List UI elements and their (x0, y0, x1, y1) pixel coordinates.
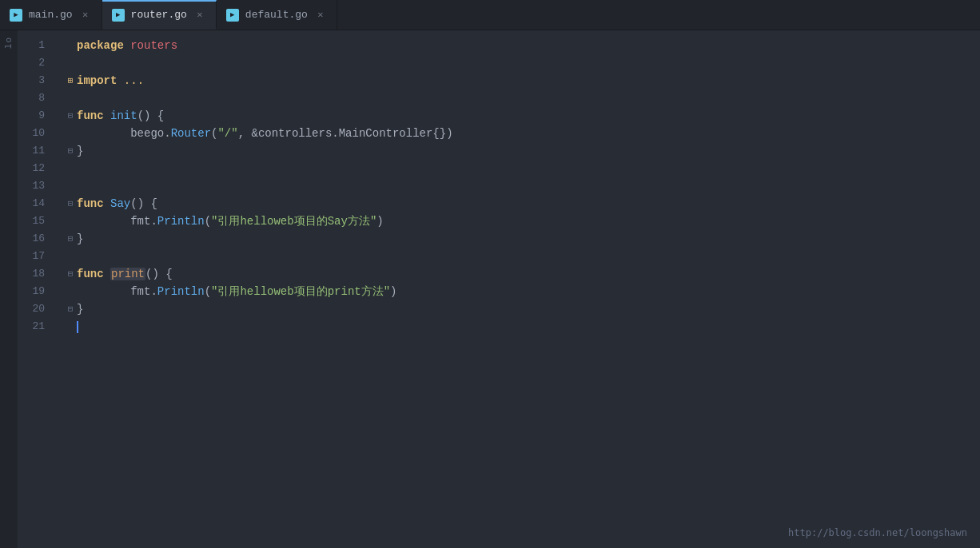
code-text-17 (77, 248, 980, 265)
go-icon-main: ▶ (10, 9, 22, 22)
line-num-3: 3 (18, 72, 45, 89)
code-text-11: } (77, 142, 980, 160)
code-text-3: import ... (77, 72, 980, 89)
code-text-21 (77, 318, 980, 336)
code-text-20: } (77, 300, 980, 318)
tab-close-router[interactable]: ✕ (193, 9, 206, 22)
tab-label-default: default.go (245, 9, 308, 21)
fold-18[interactable]: ⊟ (64, 265, 77, 283)
code-text-9: func init() { (77, 107, 980, 125)
fold-11[interactable]: ⊟ (64, 142, 77, 160)
line-num-11: 11 (18, 142, 45, 160)
fold-20[interactable]: ⊟ (64, 300, 77, 318)
line-num-19: 19 (18, 283, 45, 300)
code-line-16: ⊟ } (58, 230, 980, 248)
code-line-18: ⊟ func print() { (58, 265, 980, 283)
line-num-13: 13 (18, 177, 45, 195)
line-num-17: 17 (18, 248, 45, 265)
watermark: http://blog.csdn.net/loongshawn (788, 527, 967, 538)
code-line-10: beego.Router("/", &controllers.MainContr… (58, 125, 980, 142)
line-num-18: 18 (18, 265, 45, 283)
code-line-3: ⊞ import ... (58, 72, 980, 89)
left-gutter: lo (0, 30, 18, 548)
line-num-15: 15 (18, 212, 45, 230)
go-icon-default: ▶ (226, 9, 239, 22)
tab-bar: ▶ main.go ✕ ▶ router.go ✕ ▶ default.go ✕ (0, 0, 980, 30)
line-num-20: 20 (18, 300, 45, 318)
line-num-9: 9 (18, 107, 45, 125)
fold-3[interactable]: ⊞ (64, 72, 77, 89)
code-line-2 (58, 54, 980, 72)
code-line-9: ⊟ func init() { (58, 107, 980, 125)
tab-main[interactable]: ▶ main.go ✕ (0, 0, 102, 30)
code-line-15: fmt.Println("引用helloweb项目的Say方法") (58, 212, 980, 230)
app-container: ▶ main.go ✕ ▶ router.go ✕ ▶ default.go ✕… (0, 0, 980, 548)
line-num-16: 16 (18, 230, 45, 248)
code-line-12 (58, 160, 980, 177)
tab-close-default[interactable]: ✕ (314, 9, 327, 22)
line-num-2: 2 (18, 54, 45, 72)
tab-router[interactable]: ▶ router.go ✕ (102, 0, 217, 30)
tab-default[interactable]: ▶ default.go ✕ (217, 0, 337, 30)
code-text-13 (77, 177, 980, 195)
code-line-17 (58, 248, 980, 265)
code-line-19: fmt.Println("引用helloweb项目的print方法") (58, 283, 980, 300)
breadcrumb-label: lo (4, 37, 14, 49)
code-text-10: beego.Router("/", &controllers.MainContr… (77, 125, 980, 142)
line-num-21: 21 (18, 318, 45, 336)
code-text-14: func Say() { (77, 195, 980, 212)
code-line-14: ⊟ func Say() { (58, 195, 980, 212)
code-text-19: fmt.Println("引用helloweb项目的print方法") (77, 283, 980, 300)
editor-area: lo 1 2 3 8 9 10 11 12 13 14 15 16 17 18 … (0, 30, 980, 548)
code-text-16: } (77, 230, 980, 248)
go-icon-router: ▶ (112, 9, 125, 22)
line-num-12: 12 (18, 160, 45, 177)
code-text-15: fmt.Println("引用helloweb项目的Say方法") (77, 212, 980, 230)
code-text-8 (77, 89, 980, 107)
code-text-18: func print() { (77, 265, 980, 283)
code-line-13 (58, 177, 980, 195)
text-cursor (77, 321, 78, 333)
line-num-8: 8 (18, 89, 45, 107)
tab-label-router: router.go (131, 9, 187, 21)
code-line-21 (58, 318, 980, 336)
line-numbers: 1 2 3 8 9 10 11 12 13 14 15 16 17 18 19 … (18, 30, 58, 548)
line-num-1: 1 (18, 37, 45, 54)
code-line-20: ⊟ } (58, 300, 980, 318)
tab-label-main: main.go (29, 9, 73, 21)
line-num-14: 14 (18, 195, 45, 212)
code-text-2 (77, 54, 980, 72)
code-line-8 (58, 89, 980, 107)
code-line-11: ⊟ } (58, 142, 980, 160)
tab-close-main[interactable]: ✕ (79, 9, 92, 22)
fold-14[interactable]: ⊟ (64, 195, 77, 212)
code-line-1: package routers (58, 37, 980, 54)
line-num-10: 10 (18, 125, 45, 142)
fold-16[interactable]: ⊟ (64, 230, 77, 248)
code-text-12 (77, 160, 980, 177)
code-content[interactable]: package routers ⊞ import ... (58, 30, 980, 548)
code-text-1: package routers (77, 37, 980, 54)
fold-9[interactable]: ⊟ (64, 107, 77, 125)
